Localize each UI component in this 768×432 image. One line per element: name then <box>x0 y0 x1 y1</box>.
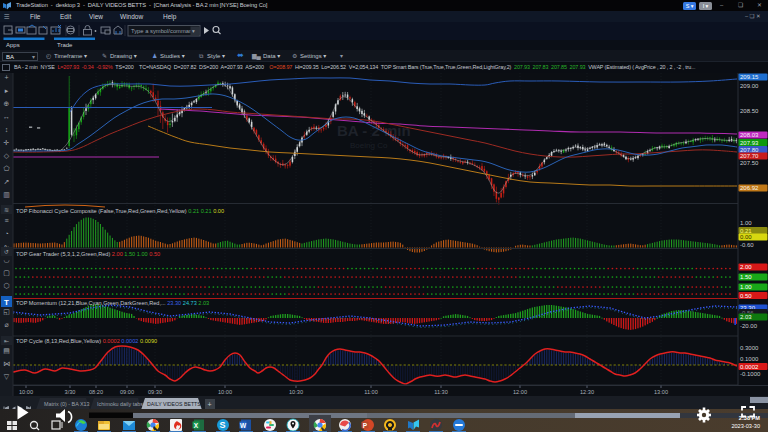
svg-text:1.00: 1.00 <box>740 284 752 290</box>
svg-text:10:00: 10:00 <box>19 389 33 395</box>
svg-text:207.93: 207.93 <box>740 140 759 146</box>
svg-text:207.80: 207.80 <box>740 147 759 153</box>
svg-text:◔: ◔ <box>4 230 8 237</box>
svg-text:2:38 PM: 2:38 PM <box>739 415 760 421</box>
svg-text:⌀: ⌀ <box>4 321 8 328</box>
svg-text:▥: ▥ <box>3 191 10 198</box>
svg-text:3/30: 3/30 <box>65 389 76 395</box>
svg-text:⇤: ⇤ <box>4 338 9 344</box>
svg-text:◇: ◇ <box>4 152 10 159</box>
svg-text:209.15: 209.15 <box>740 74 759 80</box>
svg-text:09:00: 09:00 <box>120 389 134 395</box>
svg-text:+: + <box>4 74 8 81</box>
svg-text:208.03: 208.03 <box>740 132 759 138</box>
svg-text:13:00: 13:00 <box>654 389 668 395</box>
svg-text:206.92: 206.92 <box>740 185 759 191</box>
svg-text:-0.60: -0.60 <box>740 242 754 248</box>
svg-text:209.00: 209.00 <box>740 83 759 89</box>
svg-text:⋈: ⋈ <box>3 360 10 367</box>
svg-text:08:20: 08:20 <box>89 389 103 395</box>
svg-text:TOP Fibonacci Cycle Composite: TOP Fibonacci Cycle Composite (False,Tru… <box>16 208 224 214</box>
svg-text:0.1000: 0.1000 <box>740 356 759 362</box>
svg-text:0.21: 0.21 <box>740 228 752 234</box>
svg-text:▽: ▽ <box>4 373 10 380</box>
svg-text:TOP Gear Trader (5,3,1,2,Green: TOP Gear Trader (5,3,1,2,Green,Red) 2.00… <box>16 251 160 257</box>
svg-text:≡: ≡ <box>4 217 8 224</box>
svg-text:⊕: ⊕ <box>4 100 10 107</box>
svg-text:↗: ↗ <box>4 178 10 185</box>
svg-text:2.03: 2.03 <box>740 314 752 320</box>
svg-text:-20.00: -20.00 <box>740 323 758 329</box>
svg-text:TOP Momentum (12,21,Blue,Cyan,: TOP Momentum (12,21,Blue,Cyan,Green,Dark… <box>16 300 209 306</box>
svg-text:207.50: 207.50 <box>740 160 759 166</box>
svg-text:T: T <box>4 298 9 307</box>
svg-text:0.3000: 0.3000 <box>740 345 759 351</box>
svg-text:10:30: 10:30 <box>289 389 303 395</box>
svg-text:0.0002: 0.0002 <box>740 364 759 370</box>
svg-text:1.00: 1.00 <box>740 220 752 226</box>
svg-text:12:00: 12:00 <box>513 389 527 395</box>
svg-text:▤: ▤ <box>3 347 10 354</box>
svg-text:12:30: 12:30 <box>580 389 594 395</box>
svg-text:↺: ↺ <box>4 249 9 255</box>
svg-text:11:00: 11:00 <box>364 389 378 395</box>
svg-text:↕: ↕ <box>5 126 9 133</box>
svg-text:09:30: 09:30 <box>148 389 162 395</box>
svg-text:⬡: ⬡ <box>3 282 9 289</box>
svg-text:▸: ▸ <box>5 87 9 94</box>
svg-text:↔: ↔ <box>3 113 10 120</box>
svg-text:◱: ◱ <box>3 308 10 315</box>
svg-text:-0.1000: -0.1000 <box>740 371 761 377</box>
svg-text:1.50: 1.50 <box>740 274 752 280</box>
svg-text:Boeing Co: Boeing Co <box>350 141 388 150</box>
svg-text:⬠: ⬠ <box>3 165 9 172</box>
svg-text:0.50: 0.50 <box>740 293 752 299</box>
svg-text:0.00: 0.00 <box>740 234 752 240</box>
svg-text:✛: ✛ <box>4 139 10 146</box>
svg-text:2.00: 2.00 <box>740 264 752 270</box>
svg-text:207.70: 207.70 <box>740 153 759 159</box>
svg-text:TOP Cycle (8,13,Red,Blue,Yello: TOP Cycle (8,13,Red,Blue,Yellow) 0.0002 … <box>16 338 157 344</box>
svg-text:◡: ◡ <box>3 256 9 263</box>
svg-text:≋: ≋ <box>4 207 9 213</box>
svg-text:208.50: 208.50 <box>740 108 759 114</box>
svg-text:11:30: 11:30 <box>434 389 448 395</box>
svg-text:▢: ▢ <box>3 269 10 276</box>
svg-text:10:00: 10:00 <box>218 389 232 395</box>
svg-text:2023-03-30: 2023-03-30 <box>731 423 760 429</box>
